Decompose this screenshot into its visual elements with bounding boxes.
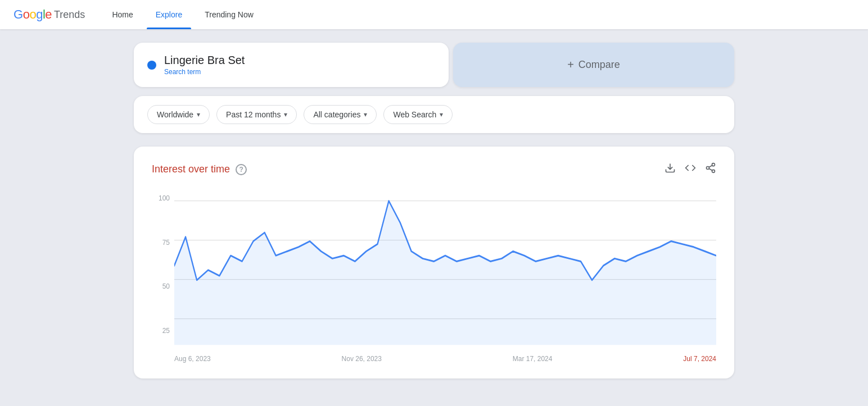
filter-type[interactable]: Web Search ▾ [383, 105, 453, 124]
svg-line-5 [709, 165, 712, 167]
svg-line-4 [709, 168, 712, 170]
chart-header: Interest over time ? [152, 162, 716, 176]
x-label-nov: Nov 26, 2023 [342, 355, 382, 363]
chevron-down-icon: ▾ [440, 111, 443, 118]
x-axis: Aug 6, 2023 Nov 26, 2023 Mar 17, 2024 Ju… [152, 355, 716, 363]
share-icon[interactable] [705, 162, 716, 176]
svg-point-1 [712, 163, 715, 166]
logo: Google Trends [13, 7, 85, 22]
main-content: Lingerie Bra Set Search term + Compare W… [125, 29, 743, 392]
nav-explore[interactable]: Explore [147, 0, 191, 29]
filter-region-label: Worldwide [157, 110, 193, 119]
x-label-mar: Mar 17, 2024 [513, 355, 553, 363]
search-dot-icon [147, 61, 156, 70]
svg-point-3 [712, 170, 715, 172]
y-label-75: 75 [152, 239, 170, 247]
compare-plus-icon: + [567, 58, 574, 71]
filter-region[interactable]: Worldwide ▾ [147, 105, 210, 124]
filter-category-label: All categories [313, 110, 360, 119]
compare-label: Compare [578, 59, 620, 71]
trends-logo-text: Trends [54, 9, 85, 21]
main-nav: Home Explore Trending Now [103, 0, 262, 29]
filter-bar: Worldwide ▾ Past 12 months ▾ All categor… [134, 96, 734, 133]
chart-title: Interest over time [152, 163, 230, 175]
y-label-50: 50 [152, 282, 170, 290]
chevron-down-icon: ▾ [364, 111, 367, 118]
chart-container: 100 75 50 25 [152, 194, 716, 352]
chart-section: Interest over time ? [134, 147, 734, 378]
header: Google Trends Home Explore Trending Now [0, 0, 868, 29]
filter-category[interactable]: All categories ▾ [304, 105, 377, 124]
y-label-25: 25 [152, 327, 170, 335]
filter-time-label: Past 12 months [226, 110, 281, 119]
search-text-area: Lingerie Bra Set Search term [164, 54, 245, 76]
filter-time[interactable]: Past 12 months ▾ [216, 105, 297, 124]
x-label-jul: Jul 7, 2024 [683, 355, 716, 363]
chevron-down-icon: ▾ [284, 111, 287, 118]
search-type-label: Search term [164, 68, 245, 76]
compare-box[interactable]: + Compare [453, 43, 734, 87]
y-label-100: 100 [152, 194, 170, 202]
nav-home[interactable]: Home [103, 0, 142, 29]
google-logo: Google [13, 7, 52, 22]
chevron-down-icon: ▾ [197, 111, 200, 118]
help-icon[interactable]: ? [236, 164, 247, 175]
svg-point-2 [707, 167, 709, 170]
search-term-label: Lingerie Bra Set [164, 54, 245, 67]
line-chart [174, 194, 716, 352]
chart-title-area: Interest over time ? [152, 163, 247, 175]
y-axis: 100 75 50 25 [152, 194, 170, 335]
search-section: Lingerie Bra Set Search term + Compare [134, 43, 734, 87]
search-box: Lingerie Bra Set Search term [134, 43, 449, 87]
x-label-aug: Aug 6, 2023 [174, 355, 211, 363]
embed-icon[interactable] [685, 162, 696, 176]
nav-trending-now[interactable]: Trending Now [196, 0, 263, 29]
download-icon[interactable] [664, 162, 676, 176]
chart-actions [664, 162, 716, 176]
filter-type-label: Web Search [393, 110, 436, 119]
